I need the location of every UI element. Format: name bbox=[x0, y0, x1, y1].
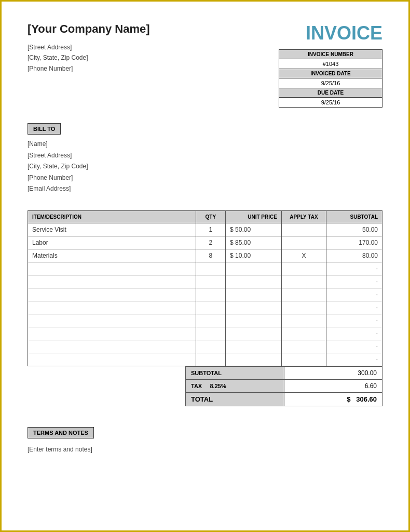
due-date-label: DUE DATE bbox=[279, 88, 382, 98]
cell-qty bbox=[196, 327, 226, 340]
company-details: [Street Address] [City, State, Zip Code]… bbox=[28, 42, 150, 74]
cell-unit-price bbox=[226, 301, 282, 314]
bill-to-city: [City, State, Zip Code] bbox=[28, 161, 382, 172]
due-date-value: 9/25/16 bbox=[279, 98, 382, 108]
cell-unit-price bbox=[226, 288, 282, 301]
cell-qty bbox=[196, 340, 226, 353]
col-unit-price: UNIT PRICE bbox=[226, 210, 282, 223]
table-row: - bbox=[28, 314, 382, 327]
terms-content: [Enter terms and notes] bbox=[28, 446, 382, 453]
cell-unit-price bbox=[226, 340, 282, 353]
cell-subtotal: - bbox=[326, 340, 382, 353]
cell-apply-tax bbox=[281, 353, 326, 366]
table-row: - bbox=[28, 262, 382, 275]
cell-unit-price bbox=[226, 314, 282, 327]
bill-to-section: BILL TO [Name] [Street Address] [City, S… bbox=[28, 123, 382, 195]
total-currency: $ bbox=[347, 395, 350, 403]
cell-description: Labor bbox=[28, 236, 196, 249]
table-row: - bbox=[28, 275, 382, 288]
table-row: - bbox=[28, 353, 382, 366]
cell-apply-tax bbox=[281, 288, 326, 301]
cell-description bbox=[28, 275, 196, 288]
cell-description bbox=[28, 301, 196, 314]
cell-apply-tax bbox=[281, 340, 326, 353]
terms-label: TERMS AND NOTES bbox=[28, 427, 94, 438]
cell-subtotal: - bbox=[326, 301, 382, 314]
subtotal-value: 300.00 bbox=[284, 366, 382, 379]
invoice-number-value: #1043 bbox=[279, 59, 382, 69]
total-amount: 306.60 bbox=[356, 395, 377, 403]
invoiced-date-value: 9/25/16 bbox=[279, 78, 382, 88]
invoice-meta-table: INVOICE NUMBER #1043 INVOICED DATE 9/25/… bbox=[279, 49, 382, 108]
col-qty: QTY bbox=[196, 210, 226, 223]
invoice-title: INVOICE bbox=[279, 22, 382, 44]
table-row: Service Visit1$ 50.0050.00 bbox=[28, 223, 382, 236]
cell-subtotal: 50.00 bbox=[326, 223, 382, 236]
invoice-number-label: INVOICE NUMBER bbox=[279, 50, 382, 59]
totals-table: SUBTOTAL 300.00 TAX 8.25% 6.60 TOTAL $ 3… bbox=[185, 366, 382, 406]
invoice-header: [Your Company Name] [Street Address] [Ci… bbox=[28, 22, 382, 108]
cell-apply-tax bbox=[281, 275, 326, 288]
cell-unit-price bbox=[226, 262, 282, 275]
cell-subtotal: - bbox=[326, 262, 382, 275]
cell-qty bbox=[196, 301, 226, 314]
total-label: TOTAL bbox=[186, 392, 284, 406]
table-row: - bbox=[28, 340, 382, 353]
cell-qty: 8 bbox=[196, 249, 226, 262]
cell-qty: 2 bbox=[196, 236, 226, 249]
table-row: - bbox=[28, 288, 382, 301]
cell-qty bbox=[196, 314, 226, 327]
col-apply-tax: APPLY TAX bbox=[281, 210, 326, 223]
cell-qty: 1 bbox=[196, 223, 226, 236]
cell-qty bbox=[196, 262, 226, 275]
cell-description bbox=[28, 262, 196, 275]
tax-label: TAX 8.25% bbox=[186, 379, 284, 392]
cell-description bbox=[28, 353, 196, 366]
cell-apply-tax bbox=[281, 262, 326, 275]
cell-apply-tax bbox=[281, 236, 326, 249]
invoiced-date-label: INVOICED DATE bbox=[279, 69, 382, 78]
tax-value: 6.60 bbox=[284, 379, 382, 392]
bill-to-name: [Name] bbox=[28, 139, 382, 150]
bill-to-email: [Email Address] bbox=[28, 183, 382, 195]
items-table: ITEM/DESCRIPTION QTY UNIT PRICE APPLY TA… bbox=[28, 210, 382, 366]
subtotal-label: SUBTOTAL bbox=[186, 366, 284, 379]
tax-rate: 8.25% bbox=[210, 383, 226, 389]
table-row: Labor2$ 85.00170.00 bbox=[28, 236, 382, 249]
table-row: - bbox=[28, 301, 382, 314]
bill-to-phone: [Phone Number] bbox=[28, 172, 382, 184]
cell-apply-tax bbox=[281, 314, 326, 327]
totals-section: SUBTOTAL 300.00 TAX 8.25% 6.60 TOTAL $ 3… bbox=[28, 366, 382, 406]
cell-description bbox=[28, 327, 196, 340]
bill-to-label: BILL TO bbox=[28, 123, 61, 135]
cell-qty bbox=[196, 288, 226, 301]
invoice-page: [Your Company Name] [Street Address] [Ci… bbox=[0, 0, 410, 532]
cell-unit-price bbox=[226, 275, 282, 288]
cell-apply-tax bbox=[281, 223, 326, 236]
cell-subtotal: - bbox=[326, 314, 382, 327]
company-city: [City, State, Zip Code] bbox=[28, 52, 150, 63]
cell-unit-price: $ 85.00 bbox=[226, 236, 282, 249]
invoice-meta: INVOICE INVOICE NUMBER #1043 INVOICED DA… bbox=[279, 22, 382, 108]
company-phone: [Phone Number] bbox=[28, 63, 150, 74]
bill-to-street: [Street Address] bbox=[28, 150, 382, 162]
cell-unit-price: $ 10.00 bbox=[226, 249, 282, 262]
bill-to-details: [Name] [Street Address] [City, State, Zi… bbox=[28, 139, 382, 195]
table-row: Materials8$ 10.00X80.00 bbox=[28, 249, 382, 262]
table-row: - bbox=[28, 327, 382, 340]
col-description: ITEM/DESCRIPTION bbox=[28, 210, 196, 223]
cell-subtotal: - bbox=[326, 327, 382, 340]
company-name: [Your Company Name] bbox=[28, 22, 150, 36]
cell-subtotal: 170.00 bbox=[326, 236, 382, 249]
cell-subtotal: - bbox=[326, 353, 382, 366]
cell-apply-tax: X bbox=[281, 249, 326, 262]
col-subtotal: SUBTOTAL bbox=[326, 210, 382, 223]
cell-description bbox=[28, 288, 196, 301]
cell-unit-price bbox=[226, 353, 282, 366]
cell-subtotal: - bbox=[326, 275, 382, 288]
cell-subtotal: 80.00 bbox=[326, 249, 382, 262]
cell-unit-price bbox=[226, 327, 282, 340]
terms-section: TERMS AND NOTES [Enter terms and notes] bbox=[28, 427, 382, 453]
cell-qty bbox=[196, 353, 226, 366]
cell-apply-tax bbox=[281, 327, 326, 340]
